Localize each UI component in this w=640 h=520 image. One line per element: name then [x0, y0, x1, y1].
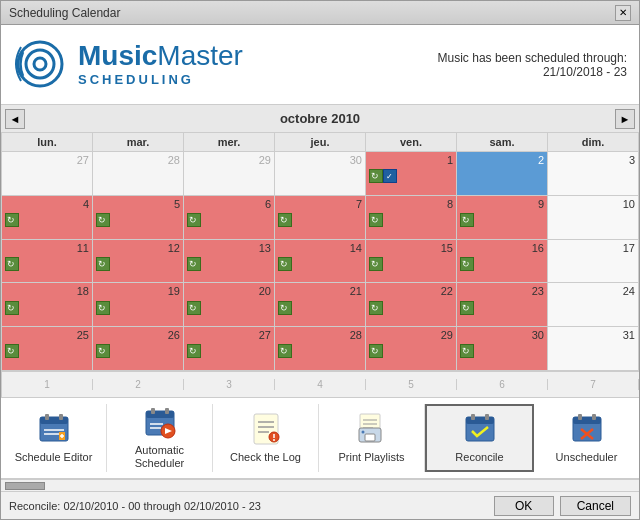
toolbar-btn-print-playlists[interactable]: Print Playlists [319, 404, 425, 472]
day-cell-w1-d6[interactable]: 10 [548, 196, 639, 239]
svg-rect-37 [485, 414, 489, 420]
day-cell-w4-d3[interactable]: 28 [275, 327, 366, 370]
scheduled-icon[interactable] [278, 257, 292, 271]
day-cell-w3-d0[interactable]: 18 [2, 283, 93, 326]
toolbar-btn-automatic-scheduler[interactable]: Automatic Scheduler [107, 404, 213, 472]
toolbar-btn-check-log[interactable]: Check the Log [213, 404, 319, 472]
day-cell-w4-d0[interactable]: 25 [2, 327, 93, 370]
day-cell-w1-d3[interactable]: 7 [275, 196, 366, 239]
scheduled-icon[interactable] [5, 213, 19, 227]
scheduled-icon[interactable] [278, 213, 292, 227]
scroll-thumb[interactable] [5, 482, 45, 490]
day-cell-w0-d3[interactable]: 30 [275, 152, 366, 195]
day-cell-w2-d0[interactable]: 11 [2, 240, 93, 283]
print-playlists-icon [354, 411, 390, 447]
scheduled-icon[interactable] [460, 213, 474, 227]
day-cell-w1-d4[interactable]: 8 [366, 196, 457, 239]
day-number: 4 [5, 198, 89, 211]
day-cell-w0-d4[interactable]: 1 [366, 152, 457, 195]
svg-rect-8 [59, 414, 63, 420]
schedule-editor-icon [36, 411, 72, 447]
day-cell-w3-d2[interactable]: 20 [184, 283, 275, 326]
svg-rect-13 [146, 411, 174, 418]
day-cell-w1-d0[interactable]: 4 [2, 196, 93, 239]
day-cell-w3-d6[interactable]: 24 [548, 283, 639, 326]
week-0: 27282930123 [2, 152, 639, 196]
day-cell-w0-d1[interactable]: 28 [93, 152, 184, 195]
calendar-nav: ◄ octobre 2010 ► [1, 105, 639, 133]
automatic-scheduler-label: Automatic Scheduler [111, 444, 208, 470]
title-bar: Scheduling Calendar ✕ [1, 1, 639, 25]
day-header-2: mer. [184, 133, 275, 151]
scheduled-icon[interactable] [5, 257, 19, 271]
logo-area: MusicMaster SCHEDULING [13, 37, 243, 92]
scrollbar[interactable] [1, 479, 639, 491]
day-number: 29 [369, 329, 453, 342]
scheduled-icon[interactable] [278, 344, 292, 358]
scheduled-icon[interactable] [369, 344, 383, 358]
logo-text: MusicMaster SCHEDULING [78, 42, 243, 87]
day-cell-w2-d4[interactable]: 15 [366, 240, 457, 283]
scheduled-icon[interactable] [369, 301, 383, 315]
status-buttons: OK Cancel [494, 496, 631, 516]
day-cell-w3-d4[interactable]: 22 [366, 283, 457, 326]
day-cell-w0-d5[interactable]: 2 [457, 152, 548, 195]
scheduled-icon[interactable] [460, 257, 474, 271]
scheduled-icon[interactable] [96, 257, 110, 271]
scheduled-icon-blue[interactable] [383, 169, 397, 183]
day-cell-w1-d1[interactable]: 5 [93, 196, 184, 239]
day-cell-w3-d1[interactable]: 19 [93, 283, 184, 326]
scheduled-icon[interactable] [96, 344, 110, 358]
day-cell-w0-d6[interactable]: 3 [548, 152, 639, 195]
scheduled-icon[interactable] [369, 169, 383, 183]
scheduled-icon[interactable] [96, 213, 110, 227]
svg-rect-16 [151, 408, 155, 414]
day-cell-w2-d2[interactable]: 13 [184, 240, 275, 283]
day-cell-w3-d5[interactable]: 23 [457, 283, 548, 326]
ok-button[interactable]: OK [494, 496, 554, 516]
day-cell-w2-d5[interactable]: 16 [457, 240, 548, 283]
day-number: 27 [5, 154, 89, 167]
day-number: 29 [187, 154, 271, 167]
day-cell-w2-d1[interactable]: 12 [93, 240, 184, 283]
day-cell-w3-d3[interactable]: 21 [275, 283, 366, 326]
day-number: 3 [551, 154, 635, 167]
prev-month-button[interactable]: ◄ [5, 109, 25, 129]
scheduled-icon[interactable] [460, 344, 474, 358]
scheduled-icon[interactable] [187, 213, 201, 227]
scheduled-icon[interactable] [278, 301, 292, 315]
day-cell-w0-d0[interactable]: 27 [2, 152, 93, 195]
svg-point-33 [361, 431, 364, 434]
cancel-button[interactable]: Cancel [560, 496, 631, 516]
scheduled-icon[interactable] [369, 213, 383, 227]
scheduled-icon[interactable] [5, 301, 19, 315]
toolbar: Schedule Editor Automatic Scheduler Chec… [1, 397, 639, 479]
day-cell-w2-d3[interactable]: 14 [275, 240, 366, 283]
header-info-line1: Music has been scheduled through: [438, 51, 627, 65]
day-cell-w2-d6[interactable]: 17 [548, 240, 639, 283]
day-cell-w4-d6[interactable]: 31 [548, 327, 639, 370]
scheduled-icon[interactable] [96, 301, 110, 315]
next-month-button[interactable]: ► [615, 109, 635, 129]
day-number: 15 [369, 242, 453, 255]
day-number: 6 [187, 198, 271, 211]
day-cell-w1-d2[interactable]: 6 [184, 196, 275, 239]
scheduled-icon[interactable] [187, 257, 201, 271]
toolbar-btn-unscheduler[interactable]: Unscheduler [534, 404, 639, 472]
day-cell-w4-d5[interactable]: 30 [457, 327, 548, 370]
scheduled-icon[interactable] [187, 301, 201, 315]
scheduled-icon[interactable] [187, 344, 201, 358]
scheduled-icon[interactable] [460, 301, 474, 315]
day-cell-w4-d1[interactable]: 26 [93, 327, 184, 370]
day-cell-w1-d5[interactable]: 9 [457, 196, 548, 239]
scheduled-icon[interactable] [5, 344, 19, 358]
day-cell-w4-d2[interactable]: 27 [184, 327, 275, 370]
window-title: Scheduling Calendar [9, 6, 120, 20]
toolbar-btn-schedule-editor[interactable]: Schedule Editor [1, 404, 107, 472]
close-button[interactable]: ✕ [615, 5, 631, 21]
scheduled-icon[interactable] [369, 257, 383, 271]
header-info-line2: 21/10/2018 - 23 [438, 65, 627, 79]
day-cell-w4-d4[interactable]: 29 [366, 327, 457, 370]
day-cell-w0-d2[interactable]: 29 [184, 152, 275, 195]
toolbar-btn-reconcile[interactable]: Reconcile [425, 404, 534, 472]
